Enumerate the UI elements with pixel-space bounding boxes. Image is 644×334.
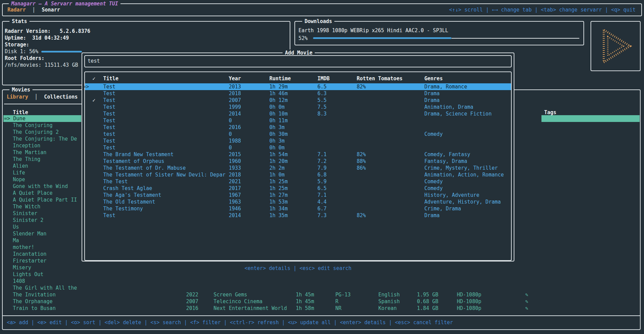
movie-runtime-cell: 1h 58m (296, 305, 314, 312)
library-list-item[interactable]: Lights Out (3, 271, 81, 278)
library-list-item[interactable]: Life (3, 169, 81, 176)
library-list-item[interactable]: Slender Man (3, 230, 81, 237)
library-list-item[interactable]: =>Dune (3, 115, 81, 122)
movie-title: Ma (3, 237, 19, 244)
check-icon: ✓ (92, 97, 95, 104)
result-runtime-cell: 1h 53m (269, 199, 288, 205)
result-runtime-cell: 0h 0m (269, 144, 285, 151)
titlebar-keybind: <↑↓> scroll (449, 7, 483, 13)
result-runtime-cell: 1h 0m (269, 171, 285, 178)
library-list-item[interactable]: A Quiet Place (3, 190, 81, 196)
edit-pencil-icon: ✎ (525, 291, 528, 298)
library-table-row[interactable]: 2022Screen Gems1h 45mPG-13English1.95 GB… (0, 291, 644, 298)
add-movie-result-row[interactable]: Crash Test Aglae20171h 25m6.5Comedy (85, 185, 511, 192)
library-list-item[interactable]: The Martian (3, 149, 81, 156)
keybind-separator: | (95, 319, 105, 326)
result-title-cell: Test (103, 83, 115, 90)
managarr-tui-app: { "colors": { "background": "#243038", "… (0, 0, 644, 334)
add-movie-result-row[interactable]: The Testimony19461h 34m6.7Crime, Drama (85, 205, 511, 212)
library-list-item[interactable]: A Quiet Place Part II (3, 196, 81, 203)
result-year-cell: 1946 (229, 205, 241, 212)
library-list-item[interactable]: 1408 (3, 278, 81, 285)
library-list-item[interactable]: The Thing (3, 156, 81, 163)
result-year-cell: 2018 (229, 171, 241, 178)
add-movie-result-row[interactable]: Test19880h 3m (85, 138, 511, 144)
library-table-row[interactable]: 2007Telecinco Cinema1h 45mRSpanish0.68 G… (0, 298, 644, 305)
add-movie-result-row[interactable]: The Old Testament19631h 53m4.4Adventure,… (85, 199, 511, 205)
selected-row-tags-highlight[interactable] (541, 115, 640, 122)
result-genres-cell: Drama (424, 97, 440, 104)
library-list-item[interactable]: Sinister 2 (3, 217, 81, 224)
movie-size-cell: 1.95 GB (417, 291, 438, 298)
disk-usage-progressbar (41, 51, 82, 53)
root-folder-value: /nfs/movies: 11511.43 GB (5, 62, 78, 68)
movie-title: Sinister 2 (3, 217, 43, 223)
footer-keybind: <enter> details (340, 319, 385, 326)
library-list-item[interactable]: Nope (3, 176, 81, 183)
movie-title: Firestarter (3, 258, 46, 264)
library-list-item[interactable]: Sinister (3, 210, 81, 217)
tab-separator: │ (31, 94, 41, 100)
add-movie-result-row[interactable]: Test19990h 0m7.5Animation, Drama (85, 104, 511, 110)
title-column-header: Title (13, 109, 28, 116)
add-movie-result-row[interactable]: Test20160h 3m (85, 124, 511, 131)
library-list-item[interactable]: The Conjuring 2 (3, 129, 81, 135)
movie-title: Sinister (3, 210, 37, 216)
library-list-item[interactable]: Gone with the Wind (3, 183, 81, 190)
library-list-item[interactable]: mother! (3, 244, 81, 251)
add-movie-result-row[interactable]: Testament of Orpheus19601h 20m7.288%Fant… (85, 158, 511, 165)
add-movie-result-row[interactable]: ✓Test20070h 12m5.5Drama (85, 97, 511, 104)
movie-runtime-cell: 1h 45m (296, 291, 314, 298)
add-movie-result-row[interactable]: The Brand New Testament20151h 54m7.182%C… (85, 151, 511, 158)
add-movie-result-row[interactable]: The Aga's Testament19671h 27m7.1History,… (85, 192, 511, 199)
library-list-item[interactable]: Us (3, 224, 81, 230)
tab-separator: │ (29, 7, 39, 13)
result-year-cell: 2021 (229, 178, 241, 185)
library-list-item[interactable]: Alien (3, 163, 81, 169)
footer-keybind: <f> filter (190, 319, 221, 326)
result-genres-cell: Crime, Mystery, Thriller (424, 165, 498, 171)
edit-pencil-icon: ✎ (525, 305, 528, 312)
tab-library[interactable]: Library (7, 94, 28, 100)
add-movie-result-row[interactable]: =>Test20131h 29m6.582%Drama, Romance (85, 83, 511, 90)
result-year-cell: 2018 (229, 90, 241, 97)
add-movie-result-row[interactable]: The Testament of Dr. Mabuse19332h 2m7.98… (85, 165, 511, 171)
library-list-item[interactable]: Incantation (3, 251, 81, 257)
movie-size-cell: 1.84 GB (417, 305, 438, 312)
result-title-cell: test (103, 131, 115, 138)
library-list-item[interactable]: Ma (3, 237, 81, 244)
result-year-cell: 1967 (229, 192, 241, 199)
add-movie-result-row[interactable]: The Test20211h 25m5.9Comedy (85, 178, 511, 185)
add-movie-result-row[interactable]: Test20140h 10m8.3Drama, Science Fiction (85, 110, 511, 117)
result-runtime-cell: 2h 2m (269, 165, 285, 171)
add-movie-result-row[interactable]: Test20141h 35m7.382%Drama (85, 212, 511, 219)
add-movie-result-row[interactable]: Test00h 0m (85, 144, 511, 151)
library-list-item[interactable]: The Witch (3, 203, 81, 210)
result-imdb-cell: 6.8 (317, 171, 327, 178)
library-list-item[interactable]: The Girl with All the (3, 285, 81, 291)
add-movie-result-row[interactable]: test00h 30mComedy (85, 131, 511, 138)
tab-sonarr[interactable]: Sonarr (42, 7, 60, 13)
add-movie-result-row[interactable]: The Testament of Sister New Devil: Depar… (85, 171, 511, 178)
library-list-item[interactable]: Misery (3, 264, 81, 271)
movie-title: A Quiet Place (3, 190, 52, 196)
result-genres-cell: Comedy (424, 185, 443, 192)
library-list-item[interactable]: Firestarter (3, 257, 81, 264)
tab-collections[interactable]: Collections (44, 94, 77, 100)
movie-year-cell: 2016 (186, 305, 198, 312)
footer-keybind: <a> add (7, 319, 28, 326)
movie-language-cell: English (378, 291, 400, 298)
tab-radarr[interactable]: Radarr (7, 7, 26, 13)
add-movie-result-row[interactable]: Test00h 11m (85, 117, 511, 124)
movie-search-input[interactable] (88, 58, 494, 64)
selection-arrow: => (3, 116, 10, 122)
result-year-cell: 1963 (229, 199, 241, 205)
result-title-cell: Test (103, 212, 115, 219)
library-list-item[interactable]: The Conjuring (3, 122, 81, 129)
library-list-item[interactable]: The Conjuring: The De (3, 135, 81, 142)
library-list-item[interactable]: Inception (3, 142, 81, 149)
add-movie-result-row[interactable]: Test20181h 46m6.3Drama (85, 90, 511, 97)
footer-keybind: <del> delete (105, 319, 141, 326)
result-year-cell: 1960 (229, 158, 241, 165)
library-table-row[interactable]: 2016Next Entertainment World1h 58mNRKore… (0, 305, 644, 312)
